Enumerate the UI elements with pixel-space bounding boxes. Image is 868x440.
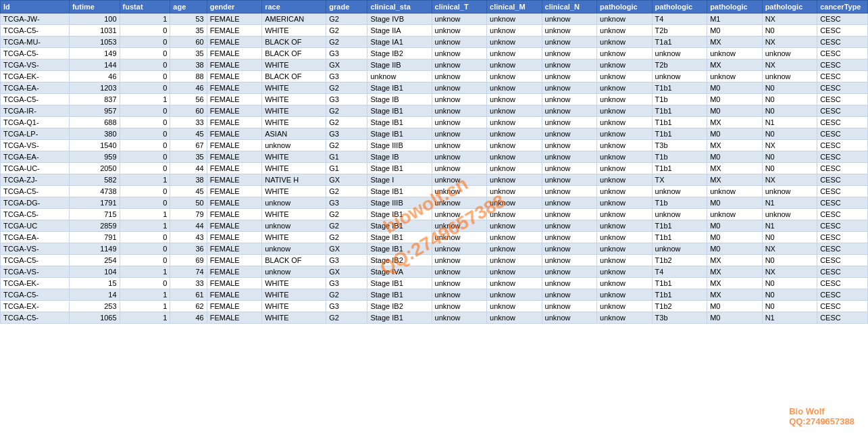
cell-cancerType: CESC (817, 59, 868, 71)
cell-fustat: 0 (120, 278, 170, 289)
cell-grade: GX (326, 266, 367, 278)
cell-futime: 1031 (69, 25, 120, 36)
cell-pathologic4: N0 (762, 82, 817, 94)
cell-clinical_T: unknow (432, 140, 487, 151)
cell-fustat: 0 (120, 48, 170, 59)
cell-grade: G2 (326, 25, 367, 36)
cell-grade: G2 (326, 312, 367, 324)
cell-pathologic3: M0 (707, 25, 763, 36)
cell-pathologic3: unknow (707, 186, 763, 197)
cell-fustat: 0 (120, 36, 170, 48)
cell-pathologic1: unknow (597, 59, 653, 71)
cell-grade: G3 (326, 128, 367, 140)
cell-cancerType: CESC (817, 220, 868, 232)
cell-clinical_T: unknow (432, 128, 487, 140)
cell-pathologic2: T3b (652, 312, 707, 324)
cell-pathologic4: N0 (762, 255, 817, 266)
cell-clinical_M: unknow (487, 243, 542, 255)
cell-clinical_M: unknow (487, 25, 542, 36)
cell-cancerType: CESC (817, 82, 868, 94)
cell-cancerType: CESC (817, 255, 868, 266)
cell-fustat: 1 (120, 94, 170, 105)
table-body: TCGA-JW-100153FEMALEAMERICANG2Stage IVBu… (1, 14, 868, 324)
cell-futime: 46 (69, 71, 120, 82)
cell-id: TCGA-EA- (1, 82, 70, 94)
column-header-pathologic3: pathologic (707, 1, 763, 14)
cell-clinical_M: unknow (487, 197, 542, 209)
cell-pathologic1: unknow (597, 232, 653, 243)
cell-futime: 1065 (69, 312, 120, 324)
table-row: TCGA-C5-4738045FEMALEWHITEG2Stage IB1unk… (1, 186, 868, 197)
cell-pathologic3: unknow (707, 209, 763, 220)
cell-pathologic3: M0 (707, 301, 763, 312)
cell-futime: 959 (69, 151, 120, 163)
cell-pathologic2: TX (652, 174, 707, 186)
cell-fustat: 0 (120, 71, 170, 82)
cell-id: TCGA-EA- (1, 151, 70, 163)
cell-fustat: 1 (120, 209, 170, 220)
cell-cancerType: CESC (817, 163, 868, 174)
cell-clinical_sta: Stage IA1 (367, 36, 432, 48)
cell-pathologic2: T1b1 (652, 232, 707, 243)
cell-clinical_sta: Stage IB (367, 94, 432, 105)
cell-fustat: 1 (120, 301, 170, 312)
cell-clinical_sta: Stage IB (367, 151, 432, 163)
cell-race: WHITE (262, 105, 326, 117)
cell-clinical_N: unknow (542, 94, 597, 105)
cell-clinical_T: unknow (432, 14, 487, 25)
cell-id: TCGA-C5- (1, 289, 70, 301)
cell-clinical_sta: Stage IB1 (367, 289, 432, 301)
column-header-id: Id (1, 1, 70, 14)
cell-age: 43 (170, 232, 207, 243)
table-row: TCGA-Q1-688033FEMALEWHITEG2Stage IB1unkn… (1, 117, 868, 128)
data-table: Idfutimefustatagegenderracegradeclinical… (0, 0, 868, 324)
cell-pathologic4: N0 (762, 289, 817, 301)
cell-age: 36 (170, 243, 207, 255)
table-row: TCGA-C5-1065146FEMALEWHITEG2Stage IB1unk… (1, 312, 868, 324)
cell-pathologic2: T4 (652, 14, 707, 25)
cell-clinical_sta: Stage IIA (367, 25, 432, 36)
cell-gender: FEMALE (207, 186, 262, 197)
cell-age: 79 (170, 209, 207, 220)
table-row: TCGA-C5-1031035FEMALEWHITEG2Stage IIAunk… (1, 25, 868, 36)
cell-clinical_M: unknow (487, 82, 542, 94)
cell-clinical_sta: Stage IB2 (367, 301, 432, 312)
cell-pathologic1: unknow (597, 151, 653, 163)
cell-fustat: 0 (120, 197, 170, 209)
cell-grade: G1 (326, 163, 367, 174)
table-row: TCGA-UC2859144FEMALEunknowG2Stage IB1unk… (1, 220, 868, 232)
cell-cancerType: CESC (817, 151, 868, 163)
cell-pathologic2: T1b (652, 197, 707, 209)
cell-age: 44 (170, 220, 207, 232)
table-row: TCGA-MU-1053060FEMALEBLACK OFG2Stage IA1… (1, 36, 868, 48)
cell-clinical_M: unknow (487, 48, 542, 59)
cell-race: BLACK OF (262, 71, 326, 82)
cell-race: WHITE (262, 186, 326, 197)
cell-clinical_N: unknow (542, 151, 597, 163)
cell-clinical_N: unknow (542, 209, 597, 220)
cell-pathologic1: unknow (597, 71, 653, 82)
cell-cancerType: CESC (817, 25, 868, 36)
cell-grade: G2 (326, 140, 367, 151)
cell-clinical_T: unknow (432, 243, 487, 255)
cell-pathologic4: N1 (762, 117, 817, 128)
cell-fustat: 0 (120, 128, 170, 140)
cell-fustat: 0 (120, 232, 170, 243)
cell-clinical_N: unknow (542, 14, 597, 25)
cell-futime: 4738 (69, 186, 120, 197)
cell-id: TCGA-VS- (1, 243, 70, 255)
cell-clinical_sta: Stage I (367, 174, 432, 186)
cell-clinical_T: unknow (432, 48, 487, 59)
cell-pathologic2: T3b (652, 140, 707, 151)
cell-cancerType: CESC (817, 232, 868, 243)
cell-pathologic3: MX (707, 59, 763, 71)
cell-grade: G3 (326, 197, 367, 209)
cell-futime: 688 (69, 117, 120, 128)
cell-pathologic4: unknow (762, 48, 817, 59)
cell-cancerType: CESC (817, 209, 868, 220)
cell-clinical_M: unknow (487, 232, 542, 243)
cell-futime: 957 (69, 105, 120, 117)
cell-pathologic4: N0 (762, 301, 817, 312)
cell-pathologic4: N0 (762, 25, 817, 36)
cell-age: 33 (170, 117, 207, 128)
